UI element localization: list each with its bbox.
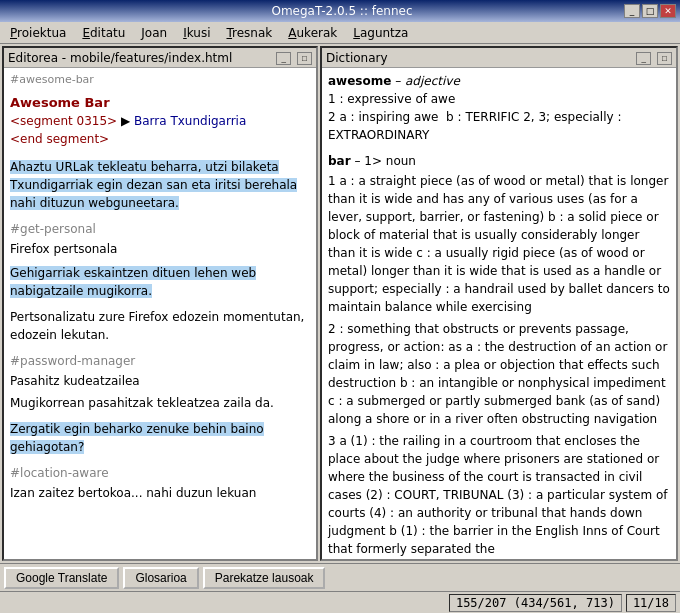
menu-bar: Proiektua Editatu Joan Ikusi Tresnak Auk… <box>0 22 680 44</box>
text-mugikorrean: Mugikorrean pasahitzak tekleatzea zaila … <box>10 394 310 412</box>
segment-open-tag: <segment 0315> <box>10 114 117 128</box>
title-bar: OmegaT-2.0.5 :: fennec _ □ ✕ <box>0 0 680 22</box>
dict-pos-bar: 1> noun <box>364 154 416 168</box>
bottom-toolbar: Google Translate Glosarioa Parekatze lau… <box>0 563 680 591</box>
dictionary-panel: Dictionary _ □ awesome – adjective 1 : e… <box>320 46 678 561</box>
minimize-button[interactable]: _ <box>624 4 640 18</box>
window-controls: _ □ ✕ <box>624 4 680 18</box>
awesome-bar-section: Awesome Bar <segment 0315> ▶ Barra Txund… <box>10 93 310 149</box>
menu-laguntza[interactable]: Laguntza <box>347 24 414 42</box>
maximize-button[interactable]: □ <box>642 4 658 18</box>
menu-joan[interactable]: Joan <box>135 24 173 42</box>
position-status: 155/207 (434/561, 713) <box>449 594 622 612</box>
window-title: OmegaT-2.0.5 :: fennec <box>60 4 624 18</box>
editor-content: #awesome-bar Awesome Bar <segment 0315> … <box>10 72 310 502</box>
status-bar: 155/207 (434/561, 713) 11/18 <box>0 591 680 613</box>
awesome-bar-heading: Awesome Bar <box>10 95 110 110</box>
dict-def-bar-2: 2 : something that obstructs or prevents… <box>328 320 670 428</box>
text-ahaztu: Ahaztu URLak tekleatu beharra, utzi bila… <box>10 160 297 210</box>
dict-sep-awesome: – <box>395 74 405 88</box>
text-izan: Izan zaitez bertokoa... nahi duzun lekua… <box>10 484 310 502</box>
editor-minimize[interactable]: _ <box>276 52 291 65</box>
editor-content-area[interactable]: #awesome-bar Awesome Bar <segment 0315> … <box>4 68 316 559</box>
dict-def-bar-3: 3 a (1) : the railing in a courtroom tha… <box>328 432 670 558</box>
glosarioa-button[interactable]: Glosarioa <box>123 567 198 589</box>
dictionary-title: Dictionary <box>326 51 388 65</box>
dict-word-bar: bar <box>328 154 351 168</box>
dict-maximize[interactable]: □ <box>657 52 672 65</box>
hash-get-personal: #get-personal <box>10 220 310 238</box>
dict-minimize[interactable]: _ <box>636 52 651 65</box>
parekatze-button[interactable]: Parekatze lausoak <box>203 567 326 589</box>
dict-content: awesome – adjective 1 : expressive of aw… <box>328 72 670 558</box>
text-pasahitz: Pasahitz kudeatzailea <box>10 372 310 390</box>
hash-location-aware: #location-aware <box>10 464 310 482</box>
segment-translation: Barra Txundigarria <box>134 114 246 128</box>
dict-sep-bar: – <box>354 154 364 168</box>
text-firefox-pertsonala: Firefox pertsonala <box>10 240 310 258</box>
editor-panel: Editorea - mobile/features/index.html _ … <box>2 46 318 561</box>
text-gehigarriak: Gehigarriak eskaintzen dituen lehen web … <box>10 266 256 298</box>
dictionary-controls: _ □ <box>634 50 672 65</box>
editor-title: Editorea - mobile/features/index.html <box>8 51 232 65</box>
editor-controls: _ □ <box>274 50 312 65</box>
section-gehigarriak: Gehigarriak eskaintzen dituen lehen web … <box>10 264 310 300</box>
dictionary-header: Dictionary _ □ <box>322 48 676 68</box>
text-zergatik: Zergatik egin beharko zenuke behin baino… <box>10 422 264 454</box>
section-1: Ahaztu URLak tekleatu beharra, utzi bila… <box>10 158 310 212</box>
segment-arrow: ▶ <box>121 114 134 128</box>
menu-ikusi[interactable]: Ikusi <box>177 24 216 42</box>
menu-tresnak[interactable]: Tresnak <box>220 24 278 42</box>
menu-proiektua[interactable]: Proiektua <box>4 24 72 42</box>
segment-end-tag: <end segment> <box>10 132 109 146</box>
text-pertsonalizatu: Pertsonalizatu zure Firefox edozein mome… <box>10 308 310 344</box>
editor-header: Editorea - mobile/features/index.html _ … <box>4 48 316 68</box>
section-zergatik: Zergatik egin beharko zenuke behin baino… <box>10 420 310 456</box>
dictionary-content-area[interactable]: awesome – adjective 1 : expressive of aw… <box>322 68 676 559</box>
dict-entry-bar: bar – 1> noun 1 a : a straight piece (as… <box>328 152 670 558</box>
menu-editatu[interactable]: Editatu <box>76 24 131 42</box>
dict-pos-awesome: adjective <box>405 74 460 88</box>
dict-def-bar-1: 1 a : a straight piece (as of wood or me… <box>328 172 670 316</box>
close-button[interactable]: ✕ <box>660 4 676 18</box>
dict-def-awesome-1: 1 : expressive of awe <box>328 92 455 106</box>
panels-area: Editorea - mobile/features/index.html _ … <box>0 44 680 563</box>
dict-def-awesome-2: 2 a : inspiring awe b : TERRIFIC 2, 3; e… <box>328 110 621 142</box>
google-translate-button[interactable]: Google Translate <box>4 567 119 589</box>
dict-entry-awesome: awesome – adjective 1 : expressive of aw… <box>328 72 670 144</box>
menu-aukerak[interactable]: Aukerak <box>282 24 343 42</box>
dict-word-awesome: awesome <box>328 74 391 88</box>
segment-count-status: 11/18 <box>626 594 676 612</box>
editor-maximize[interactable]: □ <box>297 52 312 65</box>
hash-password-manager: #password-manager <box>10 352 310 370</box>
hash-awesome-bar: #awesome-bar <box>10 72 310 89</box>
app-window: OmegaT-2.0.5 :: fennec _ □ ✕ Proiektua E… <box>0 0 680 613</box>
